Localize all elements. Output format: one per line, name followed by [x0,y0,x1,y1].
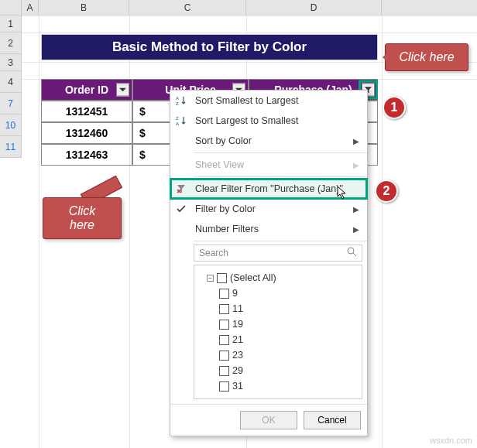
filter-context-menu: AZ Sort Smallest to Largest ZA Sort Larg… [170,90,368,436]
submenu-arrow-icon: ▶ [353,225,359,234]
sort-asc-icon: AZ [175,94,187,107]
ok-button: OK [240,411,297,429]
callout-click-here-top: Click here [385,43,468,71]
menu-number-filters-label: Number Filters [195,224,259,234]
svg-text:A: A [176,96,179,101]
row-header-11[interactable]: 11 [0,136,22,158]
cell-order-id[interactable]: 1312463 [41,144,132,166]
tree-item-label: 11 [232,303,243,314]
menu-separator [194,241,367,241]
svg-text:Z: Z [176,101,179,106]
page-title: Basic Method to Filter by Color [41,34,378,60]
row-header-2[interactable]: 2 [0,32,22,54]
submenu-arrow-icon: ▶ [353,161,359,169]
column-header-row: A B C D [0,0,477,15]
tree-select-all[interactable]: − (Select All) [199,270,357,286]
col-header-b[interactable]: B [39,0,129,15]
tree-item-label: 23 [232,350,243,361]
tree-item[interactable]: 9 [199,286,357,301]
row-header-4[interactable]: 4 [0,71,22,93]
select-all-label: (Select All) [230,272,276,283]
menu-filter-by-color[interactable]: Filter by Color ▶ [170,199,367,219]
checkmark-icon [175,203,187,215]
watermark: wsxdn.com [430,436,472,445]
menu-clear-filter-label: Clear Filter From "Purchase (Jan)" [195,183,343,194]
dialog-button-row: OK Cancel [170,404,367,436]
menu-separator [194,152,367,153]
checkbox[interactable] [219,289,229,299]
filter-search-input[interactable]: Search [194,245,362,262]
filter-values-list[interactable]: − (Select All) 9 11 19 21 23 29 31 [194,265,362,399]
tree-item-label: 19 [232,319,243,330]
menu-sort-ascending[interactable]: AZ Sort Smallest to Largest [170,91,367,111]
col-header-a[interactable]: A [22,0,39,15]
header-order-id: Order ID [41,79,132,101]
collapse-icon[interactable]: − [207,275,214,282]
tree-item-label: 9 [232,288,238,299]
col-header-d[interactable]: D [246,0,382,15]
menu-sheet-view-label: Sheet View [195,159,244,170]
svg-point-4 [348,248,354,254]
select-all-corner[interactable] [0,0,22,15]
filter-button-order-id[interactable] [116,84,129,97]
checkbox[interactable] [219,381,229,392]
tree-item[interactable]: 11 [199,301,357,316]
callout-click-here-left: Click here [43,197,122,239]
svg-text:Z: Z [176,116,179,121]
svg-text:A: A [176,121,179,126]
cell-order-id[interactable]: 1312451 [41,101,132,122]
menu-number-filters[interactable]: Number Filters ▶ [170,219,367,239]
tree-item-label: 29 [232,365,243,376]
menu-sort-descending[interactable]: ZA Sort Largest to Smallest [170,111,367,131]
tree-item-label: 21 [232,334,243,345]
cancel-button[interactable]: Cancel [304,411,361,429]
search-icon [347,247,357,259]
tree-item[interactable]: 23 [199,347,357,363]
step-badge-1: 1 [383,96,406,119]
search-placeholder: Search [199,248,228,258]
menu-separator [194,176,367,177]
checkbox[interactable] [219,351,229,361]
row-header-3[interactable]: 3 [0,54,22,71]
submenu-arrow-icon: ▶ [353,137,359,145]
menu-sort-by-color[interactable]: Sort by Color ▶ [170,131,367,151]
checkbox[interactable] [219,366,229,376]
menu-sort-color-label: Sort by Color [195,135,252,146]
clear-filter-icon [175,183,187,195]
checkbox[interactable] [217,273,227,283]
row-header-1[interactable]: 1 [0,15,22,32]
tree-item[interactable]: 19 [199,316,357,332]
checkbox[interactable] [219,304,229,314]
cell-order-id[interactable]: 1312460 [41,122,132,144]
menu-sheet-view: Sheet View ▶ [170,155,367,175]
menu-sort-asc-label: Sort Smallest to Largest [195,95,298,106]
menu-sort-desc-label: Sort Largest to Smallest [195,115,298,126]
tree-item[interactable]: 21 [199,332,357,347]
step-badge-2: 2 [375,180,398,203]
menu-filter-color-label: Filter by Color [195,203,256,214]
tree-item[interactable]: 29 [199,363,357,378]
tree-item[interactable]: 31 [199,378,357,394]
row-header-10[interactable]: 10 [0,115,22,136]
checkbox[interactable] [219,335,229,345]
sort-desc-icon: ZA [175,115,187,127]
checkbox[interactable] [219,320,229,330]
submenu-arrow-icon: ▶ [353,205,359,214]
dropdown-icon [118,86,127,94]
row-header-7[interactable]: 7 [0,93,22,115]
row-header-col: 1 2 3 4 7 10 11 [0,15,22,158]
tree-item-label: 31 [232,381,243,392]
header-order-id-label: Order ID [65,84,108,96]
mouse-cursor-icon [337,186,349,201]
col-header-c[interactable]: C [129,0,246,15]
